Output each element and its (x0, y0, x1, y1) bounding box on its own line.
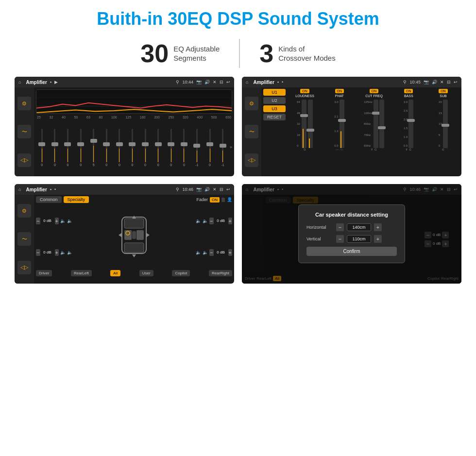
phat-on-btn[interactable]: ON (335, 89, 344, 93)
confirm-button[interactable]: Confirm (306, 247, 397, 256)
back-icon: ↩ (226, 80, 230, 84)
eq-graph (36, 89, 232, 114)
eq-slider-6[interactable]: 0 (101, 128, 113, 167)
sp-vol-minus2[interactable]: − (36, 249, 40, 256)
sp-left-vols: − 0 dB + 🔈 🔈 − 0 dB + 🔈 🔈 (36, 205, 72, 268)
sp-vol-right-top: 🔈 🔈 − 0 dB + (196, 218, 232, 224)
sp-main: Common Specialty Fader ON ||| 👤 − 0 dB + (34, 195, 234, 284)
sp-vol-btn[interactable]: ◁▷ (17, 261, 31, 274)
cross-ch-bass: ON BASS 3.02.52.01.51.00.5 FG (392, 89, 425, 151)
cross-reset-btn[interactable]: RESET (263, 114, 286, 120)
screens-grid: ⌂ Amplifier ▪ ▶ ⚲ 10:44 📷 🔊 ✕ ⊟ ↩ ⚙ 〜 ◁▷ (0, 77, 476, 284)
dot-icon3: • (54, 187, 56, 192)
sp-rearright-btn[interactable]: RearRight (209, 270, 232, 276)
sp-rearleft-btn[interactable]: RearLeft (71, 270, 92, 276)
eq-sidebar: ⚙ 〜 ◁▷ (15, 87, 34, 176)
sp-common-tab[interactable]: Common (36, 196, 62, 203)
sp-driver-btn[interactable]: Driver (36, 270, 52, 276)
close-icon3: ✕ (213, 187, 217, 192)
sp-vol-val3: 0 dB (215, 219, 227, 223)
eq-slider-12[interactable]: 0 (178, 128, 190, 167)
eq-wave-btn[interactable]: 〜 (17, 125, 31, 138)
dist-horizontal-minus[interactable]: − (336, 223, 344, 231)
eq-slider-7[interactable]: 0 (114, 128, 126, 167)
sub-on-btn[interactable]: ON (439, 89, 448, 93)
bass-on-btn[interactable]: ON (404, 89, 413, 93)
rec-icon2: ▪ (277, 80, 279, 84)
sp-vol-minus1[interactable]: − (36, 218, 40, 224)
home-icon2[interactable]: ⌂ (246, 80, 248, 84)
eq-slider-3[interactable]: 0 (62, 128, 74, 167)
eq-slider-8[interactable]: 0 (126, 128, 138, 167)
stat2-number: 3 (259, 39, 273, 68)
eq-slider-5[interactable]: 5 (87, 128, 100, 167)
cross-u3-btn[interactable]: U3 (263, 105, 286, 112)
home-icon[interactable]: ⌂ (18, 80, 21, 84)
eq-tune-btn[interactable]: ⚙ (17, 97, 31, 110)
eq-vol-btn[interactable]: ◁▷ (17, 153, 31, 167)
dist-horizontal-row: Horizontal − 140cm + (306, 223, 397, 231)
sp-vol-minus3[interactable]: − (209, 218, 214, 224)
sp-specialty-tab[interactable]: Specialty (64, 196, 89, 203)
screen1-title: Amplifier (26, 80, 47, 85)
eq-slider-10[interactable]: 0 (152, 128, 164, 167)
sp-tune-btn[interactable]: ⚙ (17, 204, 31, 218)
sp-right-vols: 🔈 🔈 − 0 dB + 🔈 🔈 − 0 dB + (196, 205, 232, 268)
eq-slider-4[interactable]: 0 (75, 128, 87, 167)
loudness-on-btn[interactable]: ON (300, 89, 309, 93)
sp-spk-icon4: 🔈 (196, 250, 201, 255)
cross-wave-btn[interactable]: 〜 (245, 125, 258, 138)
cutfreq-label: CUT FREQ (365, 94, 383, 98)
sp-spk-icon1b: 🔈 (67, 219, 72, 223)
dot-icon2: • (282, 80, 283, 84)
stat1-number: 30 (140, 39, 169, 68)
cross-u2-btn[interactable]: U2 (263, 97, 286, 104)
page-title: Buith-in 30EQ DSP Sound System (0, 0, 476, 34)
sp-copilot-btn[interactable]: Copilot (172, 270, 190, 276)
screen1-time: 10:44 (182, 80, 193, 84)
sp-wave-btn[interactable]: 〜 (17, 232, 31, 246)
dist-dialog-overlay: Car speaker distance setting Horizontal … (242, 184, 461, 284)
sp-vol-plus3[interactable]: + (228, 218, 233, 224)
eq-slider-14[interactable]: 0 (204, 128, 216, 167)
sp-vol-plus1[interactable]: + (55, 218, 59, 224)
screen-icon3: ⊟ (220, 187, 223, 192)
sp-fader-on[interactable]: ON (210, 197, 220, 203)
dist-vertical-value: 110cm (347, 235, 371, 243)
eq-slider-2[interactable]: 0 (49, 128, 61, 167)
stat2-label: Kinds ofCrossover Modes (278, 44, 336, 63)
dist-vertical-plus[interactable]: + (374, 235, 382, 243)
eq-slider-9[interactable]: 0 (139, 128, 152, 167)
cross-ch-sub: ON SUB 20151050 G (427, 89, 459, 151)
cutfreq-on-btn[interactable]: ON (370, 89, 379, 93)
bass-label: BASS (404, 94, 413, 98)
cross-tune-btn[interactable]: ⚙ (245, 97, 258, 110)
camera-icon: 📷 (196, 80, 202, 84)
play-icon: ▶ (54, 80, 58, 84)
eq-slider-13[interactable]: -1 (191, 128, 203, 167)
sp-user-icon[interactable]: 👤 (227, 197, 232, 202)
stats-row: 30 EQ AdjustableSegments 3 Kinds ofCross… (0, 34, 476, 77)
svg-rect-9 (132, 231, 136, 239)
sp-spk-icon3b: 🔈 (203, 219, 208, 223)
dist-dialog: Car speaker distance setting Horizontal … (298, 204, 405, 263)
eq-expand-btn[interactable]: » (230, 145, 232, 150)
sp-all-btn[interactable]: All (110, 270, 120, 276)
home-icon3[interactable]: ⌂ (18, 187, 21, 192)
sp-user-btn[interactable]: User (139, 270, 153, 276)
sp-car-diagram (75, 205, 193, 268)
cross-u1-btn[interactable]: U1 (263, 89, 286, 96)
eq-slider-11[interactable]: 0 (165, 128, 177, 167)
sp-vol-minus4[interactable]: − (209, 249, 214, 256)
sp-fader-label: Fader (196, 197, 208, 202)
dist-horizontal-plus[interactable]: + (374, 223, 382, 231)
sp-vol-plus2[interactable]: + (55, 249, 59, 256)
sp-vol-plus4[interactable]: + (228, 249, 233, 256)
dist-vertical-minus[interactable]: − (336, 235, 344, 243)
sp-spk-icon3: 🔈 (196, 219, 201, 223)
sp-spk-icon1: 🔈 (60, 219, 66, 223)
eq-slider-15[interactable]: -1 (217, 128, 229, 167)
cross-vol-btn[interactable]: ◁▷ (245, 153, 258, 167)
eq-slider-1[interactable]: 0 (36, 128, 48, 167)
location-icon: ⚲ (176, 80, 179, 84)
